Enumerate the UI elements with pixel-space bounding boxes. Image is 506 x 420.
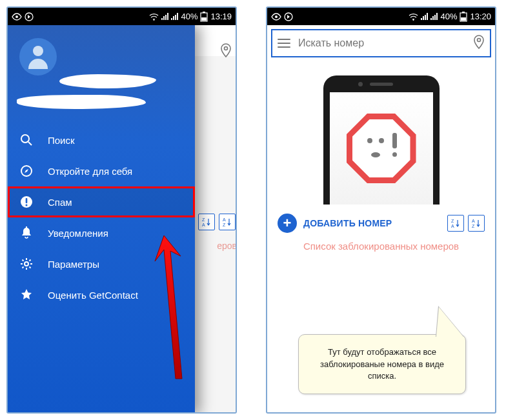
svg-rect-36 (434, 15, 436, 20)
bell-icon (19, 226, 34, 240)
svg-rect-13 (201, 17, 207, 21)
svg-rect-30 (421, 18, 422, 20)
location-pin-icon[interactable] (220, 43, 232, 60)
menu-item-discover[interactable]: Откройте для себя (8, 155, 195, 186)
menu-label: Спам (48, 197, 72, 208)
clock-time: 13:19 (210, 12, 232, 21)
svg-text:A: A (202, 223, 205, 227)
stop-sign-icon (347, 114, 416, 183)
menu-label: Поиск (48, 135, 75, 146)
redacted-info (17, 95, 146, 109)
svg-rect-40 (461, 17, 466, 21)
compass-icon (19, 164, 34, 178)
spam-screen-content: + ДОБАВИТЬ НОМЕР ZA AZ Список заблокиров… (267, 61, 495, 265)
drawer-menu: Поиск Откройте для себя Спам Уведомления… (8, 119, 195, 310)
sort-az-button[interactable]: AZ (468, 215, 485, 232)
signal-icon-2 (430, 13, 438, 20)
search-input[interactable] (298, 37, 473, 49)
phone-screenshot-right: 40% 13:20 + (266, 6, 496, 414)
svg-line-20 (28, 142, 32, 145)
svg-rect-33 (427, 13, 428, 20)
svg-rect-37 (436, 13, 438, 20)
svg-point-2 (154, 19, 155, 21)
menu-item-search[interactable]: Поиск (8, 125, 195, 155)
location-pin-icon[interactable] (473, 35, 485, 52)
svg-text:A: A (451, 224, 454, 228)
sort-za-button[interactable]: ZA (447, 215, 464, 232)
signal-icon (161, 13, 168, 20)
search-bar[interactable] (271, 29, 491, 57)
sync-icon (284, 12, 293, 21)
svg-rect-9 (175, 15, 176, 20)
drawer-header (8, 25, 195, 119)
menu-label: Оценить GetContact (48, 290, 138, 301)
star-icon (19, 288, 34, 302)
svg-rect-6 (167, 13, 168, 20)
wifi-icon (149, 13, 159, 21)
battery-icon (200, 12, 208, 22)
callout-text: Тут будут отображаться все заблокированы… (320, 347, 444, 380)
svg-point-24 (26, 205, 28, 206)
svg-rect-23 (26, 198, 28, 203)
svg-rect-31 (423, 16, 424, 20)
background-content: ZA AZ еров (195, 56, 237, 414)
svg-point-0 (15, 15, 18, 18)
svg-rect-25 (26, 226, 27, 228)
eye-icon (271, 13, 281, 21)
annotation-callout: Тут будут отображаться все заблокированы… (298, 334, 466, 394)
battery-icon (460, 12, 467, 22)
svg-point-14 (225, 47, 228, 50)
svg-text:Z: Z (472, 224, 475, 228)
sort-az-button-bg[interactable]: AZ (219, 214, 236, 230)
svg-rect-7 (171, 18, 172, 20)
svg-rect-34 (430, 18, 432, 20)
phone-screenshot-left: 40% 13:19 ZA AZ еров Поиск Отк (6, 6, 237, 414)
add-number-button[interactable]: + (278, 214, 297, 233)
svg-rect-3 (161, 18, 163, 20)
add-number-label[interactable]: ДОБАВИТЬ НОМЕР (303, 218, 441, 228)
gear-icon (19, 257, 34, 271)
menu-label: Параметры (48, 259, 99, 270)
svg-rect-39 (462, 12, 465, 13)
svg-rect-12 (203, 12, 205, 13)
blocked-text-partial: еров (217, 241, 237, 251)
menu-label: Откройте для себя (48, 166, 132, 177)
svg-text:A: A (223, 217, 226, 222)
sort-za-button-bg[interactable]: ZA (198, 214, 215, 230)
sync-icon (25, 12, 34, 21)
svg-point-27 (275, 15, 278, 18)
battery-percent: 40% (440, 12, 457, 21)
eye-icon (12, 13, 22, 21)
svg-text:Z: Z (202, 217, 205, 222)
svg-rect-4 (163, 16, 165, 20)
menu-item-settings[interactable]: Параметры (8, 248, 195, 279)
blocked-list-heading: Список заблокированных номеров (267, 237, 495, 265)
search-icon (19, 133, 34, 147)
wifi-icon (409, 13, 418, 21)
battery-percent: 40% (181, 12, 197, 21)
svg-rect-10 (177, 13, 178, 20)
clock-time: 13:20 (470, 12, 491, 21)
status-bar: 40% 13:20 (267, 8, 495, 25)
svg-text:A: A (472, 219, 475, 223)
status-bar: 40% 13:19 (8, 8, 236, 25)
avatar[interactable] (19, 38, 57, 75)
menu-item-notifications[interactable]: Уведомления (8, 217, 195, 248)
signal-icon-2 (171, 13, 178, 20)
svg-text:Z: Z (223, 223, 226, 227)
svg-rect-8 (173, 16, 174, 20)
svg-point-29 (413, 19, 414, 21)
nav-drawer: Поиск Откройте для себя Спам Уведомления… (8, 25, 195, 414)
svg-point-19 (21, 135, 29, 143)
menu-item-spam[interactable]: Спам (8, 186, 195, 217)
menu-label: Уведомления (48, 228, 108, 239)
alert-icon (19, 195, 34, 209)
svg-rect-32 (425, 15, 426, 20)
svg-rect-5 (165, 15, 167, 20)
redacted-name (59, 74, 156, 88)
svg-point-26 (25, 262, 28, 266)
svg-rect-35 (432, 16, 434, 20)
menu-item-rate[interactable]: Оценить GetContact (8, 279, 195, 310)
signal-icon (421, 13, 428, 20)
hamburger-icon[interactable] (278, 39, 290, 48)
